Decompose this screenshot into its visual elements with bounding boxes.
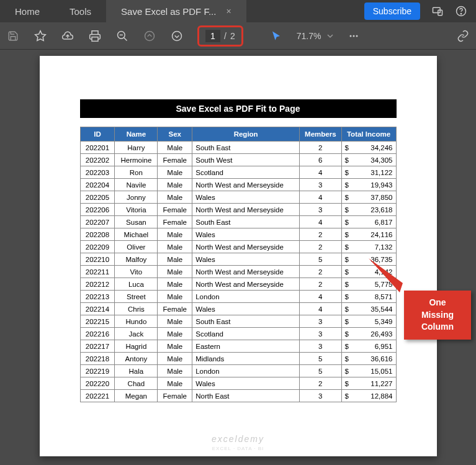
cell-name: Vitoria — [115, 204, 158, 216]
cell-members: 3 — [300, 328, 341, 340]
cell-sex: Male — [158, 340, 192, 353]
cursor-icon[interactable] — [269, 29, 283, 43]
col-header: Region — [192, 127, 300, 142]
tab-home[interactable]: Home — [0, 0, 55, 22]
zoom-out-icon[interactable] — [115, 29, 129, 43]
page-total: 2 — [230, 31, 235, 41]
table-row: 202207SusanFemaleSouth East4$6,817 — [80, 216, 396, 228]
cell-id: 202215 — [80, 315, 115, 328]
zoom-dropdown[interactable]: 71.7% — [297, 31, 334, 41]
cell-region: North West and Merseyside — [192, 179, 300, 191]
svg-point-9 — [145, 31, 155, 40]
star-icon[interactable] — [34, 29, 47, 43]
cell-members: 6 — [300, 154, 341, 166]
cell-id: 202203 — [80, 166, 115, 179]
tab-active-document[interactable]: Save Excel as PDF F... × — [106, 0, 246, 22]
cell-id: 202207 — [80, 216, 115, 228]
cell-sex: Male — [158, 377, 192, 390]
cell-income: 24,116 — [349, 228, 396, 241]
cell-region: Wales — [192, 253, 300, 266]
cell-name: Oliver — [115, 241, 158, 253]
page-down-icon[interactable] — [170, 29, 184, 43]
cell-members: 4 — [300, 166, 341, 179]
cloud-upload-icon[interactable] — [61, 29, 74, 43]
tab-tools[interactable]: Tools — [55, 0, 106, 22]
cell-currency: $ — [341, 315, 349, 328]
cell-region: South East — [192, 142, 300, 154]
share-devices-icon[interactable] — [431, 5, 444, 17]
cell-id: 202214 — [80, 303, 115, 315]
page-up-icon[interactable] — [143, 29, 156, 43]
help-icon[interactable] — [455, 5, 467, 17]
table-row: 202205JonnyMaleWales4$37,850 — [80, 191, 396, 204]
cell-members: 3 — [300, 204, 341, 216]
cell-currency: $ — [341, 216, 349, 228]
cell-members: 5 — [300, 253, 341, 266]
data-table: IDNameSexRegionMembersTotal Income 20220… — [80, 127, 397, 402]
cell-region: North West and Merseyside — [192, 266, 300, 278]
cell-id: 202205 — [80, 191, 115, 204]
cell-name: Chad — [115, 377, 158, 390]
svg-point-10 — [173, 31, 182, 40]
print-icon[interactable] — [88, 29, 102, 43]
cell-name: Harry — [115, 142, 158, 154]
subscribe-button[interactable]: Subscribe — [364, 2, 420, 20]
col-header: ID — [80, 127, 115, 142]
cell-id: 202208 — [80, 228, 115, 241]
page-number-input[interactable] — [205, 30, 220, 42]
cell-members: 4 — [300, 303, 341, 315]
cell-sex: Male — [158, 328, 192, 340]
watermark-sub: EXCEL · DATA · BI — [212, 446, 264, 451]
cell-currency: $ — [341, 142, 349, 154]
cell-sex: Female — [158, 154, 192, 166]
pdf-page: Save Excel as PDF Fit to Page IDNameSexR… — [40, 56, 437, 456]
cell-members: 4 — [300, 291, 341, 303]
callout-text-1: One — [429, 297, 446, 307]
cell-income: 31,122 — [349, 166, 396, 179]
col-header: Members — [300, 127, 341, 142]
cell-region: Midlands — [192, 353, 300, 365]
cell-name: Hermoine — [115, 154, 158, 166]
table-row: 202211VitoMaleNorth West and Merseyside2… — [80, 266, 396, 278]
cell-income: 36,616 — [349, 353, 396, 365]
cell-sex: Male — [158, 228, 192, 241]
more-options-icon[interactable] — [347, 29, 361, 43]
cell-income: 26,493 — [349, 328, 396, 340]
cell-id: 202216 — [80, 328, 115, 340]
cell-sex: Male — [158, 365, 192, 377]
cell-sex: Male — [158, 179, 192, 191]
cell-name: Jack — [115, 328, 158, 340]
cell-income: 34,246 — [349, 142, 396, 154]
cell-region: North West and Merseyside — [192, 204, 300, 216]
chevron-down-icon — [327, 33, 333, 39]
cell-name: Malfoy — [115, 253, 158, 266]
cell-name: Antony — [115, 353, 158, 365]
cell-members: 4 — [300, 191, 341, 204]
cell-sex: Male — [158, 253, 192, 266]
save-icon[interactable] — [6, 29, 20, 43]
cell-income: 6,817 — [349, 216, 396, 228]
cell-id: 202221 — [80, 390, 115, 402]
cell-region: South West — [192, 154, 300, 166]
table-row: 202219HalaMaleLondon5$15,051 — [80, 365, 396, 377]
cell-members: 5 — [300, 365, 341, 377]
link-icon[interactable] — [456, 29, 470, 43]
cell-income: 34,305 — [349, 154, 396, 166]
cell-currency: $ — [341, 266, 349, 278]
cell-income: 5,349 — [349, 315, 396, 328]
cell-currency: $ — [341, 390, 349, 402]
cell-currency: $ — [341, 228, 349, 241]
cell-name: Megan — [115, 390, 158, 402]
svg-marker-14 — [369, 258, 403, 292]
callout-box: One Missing Column — [404, 291, 471, 340]
cell-sex: Female — [158, 303, 192, 315]
close-tab-icon[interactable]: × — [226, 6, 231, 16]
cell-name: Luca — [115, 278, 158, 291]
cell-currency: $ — [341, 204, 349, 216]
callout-text-3: Column — [421, 322, 454, 332]
table-row: 202213StreetMaleLondon4$8,571 — [80, 291, 396, 303]
tab-active-label: Save Excel as PDF F... — [121, 6, 216, 17]
cell-currency: $ — [341, 241, 349, 253]
cell-currency: $ — [341, 365, 349, 377]
cell-sex: Male — [158, 191, 192, 204]
